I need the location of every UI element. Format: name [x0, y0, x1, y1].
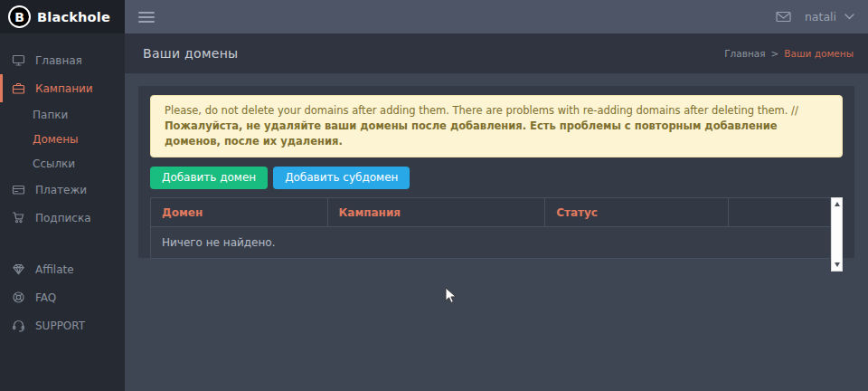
table-scrollbar[interactable]: [831, 197, 843, 272]
chevron-down-icon: [844, 14, 854, 20]
user-menu[interactable]: natali: [805, 10, 854, 24]
breadcrumb-home-link[interactable]: Главная: [724, 48, 765, 59]
brand-logo-icon: B: [8, 5, 31, 28]
sidebar-item-label: Папки: [33, 109, 68, 121]
add-domain-button[interactable]: Добавить домен: [150, 167, 268, 189]
domains-table: Домен Кампания Статус Ничего не найдено.: [150, 197, 831, 259]
actions-row: Добавить домен Добавить субдомен: [150, 167, 843, 189]
table-empty-message: Ничего не найдено.: [151, 227, 831, 259]
sidebar-item-label: Подписка: [35, 212, 91, 224]
gem-icon: [12, 262, 25, 276]
sidebar-item-domeny[interactable]: Домены: [0, 127, 125, 151]
sidebar-item-kampanii[interactable]: Кампании: [0, 74, 125, 102]
sidebar-item-label: Ссылки: [33, 157, 75, 170]
scroll-up-icon[interactable]: [835, 202, 840, 206]
table-row: Ничего не найдено.: [151, 227, 831, 259]
sidebar-item-label: Кампании: [35, 82, 93, 95]
sidebar-item-podpiska[interactable]: Подписка: [0, 204, 125, 232]
monitor-icon: [12, 53, 25, 67]
topbar: natali: [125, 0, 868, 33]
content-card: Please, do not delete your domains after…: [138, 86, 854, 258]
title-strip: Ваши домены Главная > Ваши домены: [125, 33, 868, 73]
warning-text-ru: Пожалуйста, не удаляйте ваши домены посл…: [165, 119, 778, 148]
sidebar-item-label: FAQ: [35, 291, 56, 304]
sidebar: B Blackhole Главная Кампании Папки Домен…: [0, 0, 125, 391]
add-subdomain-button[interactable]: Добавить субдомен: [273, 167, 410, 189]
breadcrumb-separator: >: [771, 48, 779, 59]
warning-alert: Please, do not delete your domains after…: [150, 95, 843, 157]
brand-logo[interactable]: B Blackhole: [0, 0, 125, 33]
brand-name: Blackhole: [37, 10, 110, 24]
briefcase-icon: [12, 81, 25, 95]
sidebar-item-platezhi[interactable]: Платежи: [0, 176, 125, 204]
sidebar-item-label: Affilate: [35, 263, 74, 276]
sidebar-item-support[interactable]: SUPPORT: [0, 311, 125, 339]
scroll-down-icon[interactable]: [835, 262, 840, 267]
column-header-status: Статус: [545, 198, 729, 227]
column-header-actions: [729, 198, 831, 227]
life-ring-icon: [12, 291, 25, 304]
sidebar-item-label: Главная: [35, 54, 82, 67]
sidebar-item-label: SUPPORT: [35, 319, 85, 332]
column-header-campaign: Кампания: [327, 198, 545, 227]
shopping-cart-icon: [12, 211, 25, 224]
sidebar-item-papki[interactable]: Папки: [0, 102, 125, 127]
sidebar-menu: Главная Кампании Папки Домены Ссылки Пла…: [0, 33, 125, 339]
credit-card-icon: [12, 183, 25, 196]
sidebar-item-glavnaya[interactable]: Главная: [0, 46, 125, 74]
username: natali: [805, 10, 836, 24]
topbar-right: natali: [776, 10, 868, 24]
warning-text-en: Please, do not delete your domains after…: [165, 104, 798, 117]
mouse-cursor: [445, 287, 458, 305]
sidebar-item-label: Домены: [33, 133, 78, 146]
sidebar-item-faq[interactable]: FAQ: [0, 283, 125, 311]
breadcrumb-current: Ваши домены: [784, 48, 854, 59]
sidebar-item-ssylki[interactable]: Ссылки: [0, 151, 125, 176]
table-header-row: Домен Кампания Статус: [151, 198, 831, 227]
envelope-icon[interactable]: [776, 11, 791, 23]
page-title: Ваши домены: [143, 46, 238, 61]
breadcrumb: Главная > Ваши домены: [724, 48, 854, 59]
domains-table-container: Домен Кампания Статус Ничего не найдено.: [150, 197, 843, 272]
sidebar-item-label: Платежи: [35, 184, 87, 196]
hamburger-menu-icon[interactable]: [137, 5, 156, 29]
headset-icon: [12, 319, 25, 332]
sidebar-item-affilate[interactable]: Affilate: [0, 255, 125, 283]
column-header-domain: Домен: [151, 198, 328, 227]
